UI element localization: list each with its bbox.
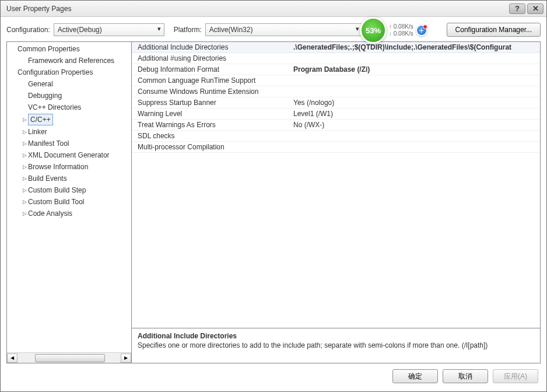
chevron-right-icon: ▷	[21, 197, 28, 207]
property-row[interactable]: Common Language RunTime Support	[132, 75, 540, 86]
window-title: User Property Pages	[6, 5, 509, 13]
property-grid[interactable]: Additional Include Directories.\Generate…	[132, 42, 540, 328]
description-panel: Additional Include Directories Specifies…	[132, 328, 540, 363]
tree-linker[interactable]: ▷Linker	[7, 126, 131, 138]
property-row[interactable]: Warning LevelLevel1 (/W1)	[132, 108, 540, 120]
dialog-footer: 确定 取消 应用(A)	[6, 363, 541, 386]
property-value[interactable]: Yes (/nologo)	[292, 99, 540, 107]
tree-custom-build-tool[interactable]: ▷Custom Build Tool	[7, 196, 131, 208]
property-name: Additional #using Directories	[132, 54, 292, 62]
property-row[interactable]: SDL checks	[132, 131, 540, 142]
chevron-right-icon: ▷	[21, 138, 28, 149]
property-row[interactable]: Suppress Startup BannerYes (/nologo)	[132, 97, 540, 108]
chevron-right-icon: ▷	[21, 114, 28, 125]
description-text: Specifies one or more directories to add…	[138, 341, 534, 349]
tree-manifest-tool[interactable]: ▷Manifest Tool	[7, 138, 131, 149]
tree-xml-doc-gen[interactable]: ▷XML Document Generator	[7, 149, 131, 161]
platform-label: Platform:	[174, 26, 202, 34]
help-button[interactable]: ?	[509, 4, 525, 14]
platform-value: Active(Win32)	[209, 26, 253, 34]
chevron-right-icon: ▷	[21, 173, 28, 184]
tree-config-properties[interactable]: Configuration Properties	[7, 66, 131, 78]
tree-ccpp[interactable]: ▷C/C++	[7, 113, 131, 126]
chevron-right-icon: ▷	[21, 127, 28, 137]
property-row[interactable]: Debug Information FormatProgram Database…	[132, 64, 540, 75]
ok-button[interactable]: 确定	[392, 369, 438, 383]
main-panel: Common Properties Framework and Referenc…	[6, 41, 541, 363]
configuration-manager-button[interactable]: Configuration Manager...	[447, 23, 541, 37]
tree-framework-refs[interactable]: Framework and References	[7, 55, 131, 66]
tree-common-properties[interactable]: Common Properties	[7, 43, 131, 55]
tree-custom-build-step[interactable]: ▷Custom Build Step	[7, 184, 131, 196]
property-name: Debug Information Format	[132, 65, 292, 74]
content-panel: Additional Include Directories.\Generate…	[132, 42, 540, 363]
platform-dropdown[interactable]: Active(Win32)	[205, 23, 363, 36]
tree-build-events[interactable]: ▷Build Events	[7, 173, 131, 184]
property-name: Treat Warnings As Errors	[132, 121, 292, 129]
configuration-label: Configuration:	[6, 26, 50, 34]
scroll-left-button[interactable]: ◀	[7, 354, 17, 363]
tree-code-analysis[interactable]: ▷Code Analysis	[7, 208, 131, 219]
nav-tree-body: Common Properties Framework and Referenc…	[7, 42, 131, 352]
chevron-right-icon: ▷	[21, 150, 28, 160]
property-value[interactable]: No (/WX-)	[292, 121, 540, 129]
tree-debugging[interactable]: Debugging	[7, 90, 131, 102]
property-value[interactable]: Level1 (/W1)	[292, 110, 540, 118]
property-value[interactable]: Program Database (/Zi)	[292, 65, 540, 74]
configuration-dropdown[interactable]: Active(Debug)	[54, 23, 164, 36]
property-pages-window: User Property Pages ? ✕ 53% 0.08K/s 0.08…	[0, 0, 547, 392]
tree-general[interactable]: General	[7, 78, 131, 90]
property-name: Warning Level	[132, 110, 292, 118]
close-button[interactable]: ✕	[527, 4, 544, 14]
scroll-thumb[interactable]	[35, 354, 105, 362]
dialog-body: 53% 0.08K/s 0.08K/s + Configuration: Act…	[1, 17, 546, 391]
titlebar[interactable]: User Property Pages ? ✕	[1, 1, 546, 17]
property-name: Suppress Startup Banner	[132, 99, 292, 107]
tree-browse-info[interactable]: ▷Browse Information	[7, 161, 131, 173]
scroll-track[interactable]	[17, 354, 121, 363]
property-row[interactable]: Consume Windows Runtime Extension	[132, 86, 540, 97]
chevron-right-icon: ▷	[21, 162, 28, 172]
scroll-right-button[interactable]: ▶	[121, 354, 131, 363]
property-name: Common Language RunTime Support	[132, 76, 292, 85]
tree-hscrollbar[interactable]: ◀ ▶	[7, 352, 131, 363]
configuration-value: Active(Debug)	[58, 26, 102, 34]
property-name: Multi-processor Compilation	[132, 143, 292, 151]
chevron-right-icon: ▷	[21, 208, 28, 219]
property-name: Additional Include Directories	[132, 43, 292, 51]
configuration-row: Configuration: Active(Debug) Platform: A…	[6, 23, 541, 37]
chevron-right-icon: ▷	[21, 185, 28, 195]
description-header: Additional Include Directories	[138, 332, 534, 340]
property-value[interactable]: .\GeneratedFiles;.;$(QTDIR)\include;.\Ge…	[292, 43, 540, 51]
property-row[interactable]: Additional #using Directories	[132, 53, 540, 64]
property-name: Consume Windows Runtime Extension	[132, 88, 292, 96]
property-row[interactable]: Multi-processor Compilation	[132, 142, 540, 153]
apply-button[interactable]: 应用(A)	[493, 369, 538, 383]
nav-tree[interactable]: Common Properties Framework and Referenc…	[7, 42, 132, 363]
tree-vcpp-dirs[interactable]: VC++ Directories	[7, 102, 131, 113]
property-row[interactable]: Additional Include Directories.\Generate…	[132, 42, 540, 53]
property-row[interactable]: Treat Warnings As ErrorsNo (/WX-)	[132, 120, 540, 131]
cancel-button[interactable]: 取消	[443, 369, 488, 383]
property-name: SDL checks	[132, 132, 292, 140]
